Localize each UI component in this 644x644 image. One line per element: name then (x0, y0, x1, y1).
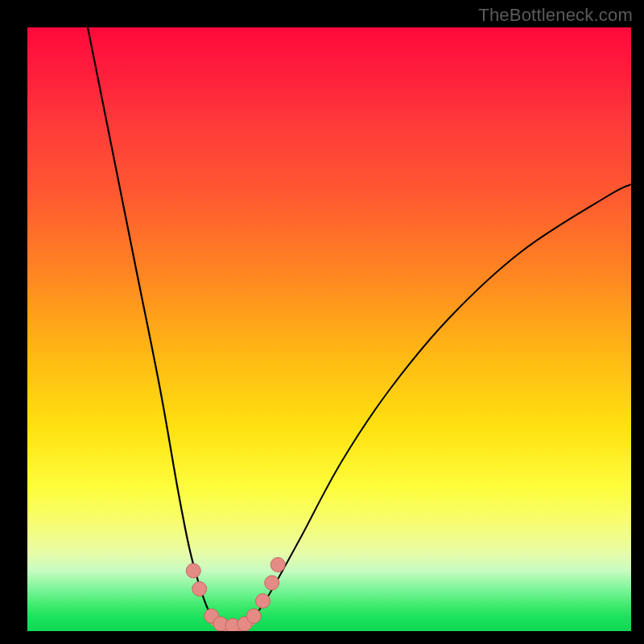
curve-layer (27, 27, 631, 631)
data-marker (256, 594, 270, 609)
data-marker (186, 564, 200, 578)
plot-area (27, 27, 631, 631)
marker-group (186, 558, 285, 632)
data-marker (270, 558, 285, 572)
bottleneck-curve (88, 27, 631, 626)
chart-frame: TheBottleneck.com (0, 0, 644, 644)
data-marker (192, 582, 207, 597)
curve-left-branch (88, 27, 221, 625)
watermark-text: TheBottleneck.com (478, 5, 633, 26)
data-marker (246, 609, 261, 623)
curve-right-branch (245, 184, 631, 625)
data-marker (265, 576, 279, 590)
